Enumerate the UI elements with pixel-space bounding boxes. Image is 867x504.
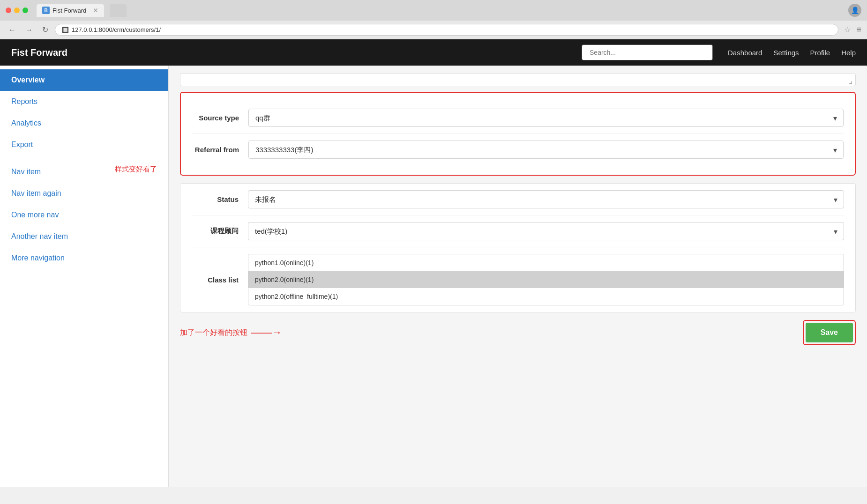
status-select[interactable]: 未报名 已报名 已完成 (248, 190, 844, 208)
forward-button[interactable]: → (22, 24, 36, 36)
sidebar-item-navitem[interactable]: Nav item (0, 161, 77, 183)
tab-favicon: B (42, 7, 50, 14)
nav-links: Dashboard Settings Profile Help (728, 49, 856, 57)
nav-link-help[interactable]: Help (841, 49, 856, 57)
referral-from-select[interactable]: 3333333333(李四) 其他 (248, 141, 844, 159)
url-icon: 🔲 (62, 27, 69, 33)
status-row: Status 未报名 已报名 已完成 (192, 184, 844, 215)
resize-handle[interactable]: ⌟ (849, 76, 852, 85)
search-input[interactable] (582, 44, 713, 60)
sidebar-item-reports[interactable]: Reports (0, 91, 168, 112)
advisor-control: ted(学校1) 其他 (248, 222, 844, 240)
browser-dot-green (22, 7, 28, 13)
referral-from-control: 3333333333(李四) 其他 (248, 141, 844, 159)
bottom-arrow-icon: ——→ (251, 326, 282, 339)
class-list-label: Class list (192, 276, 248, 284)
bookmark-icon[interactable]: ☆ (844, 25, 851, 34)
main-content: ⌟ Source type qq群 微信群 朋友介绍 (169, 66, 867, 487)
sidebar-item-navitemagain[interactable]: Nav item again (0, 183, 168, 204)
save-button-wrapper: Save (803, 320, 856, 345)
back-button[interactable]: ← (6, 24, 19, 36)
class-list-item[interactable]: python2.0(online)(1) (248, 271, 844, 288)
class-list-control: python1.0(online)(1) python2.0(online)(1… (248, 254, 844, 305)
referral-from-row: Referral from 3333333333(李四) 其他 (192, 133, 844, 165)
search-container (582, 44, 713, 60)
source-type-select[interactable]: qq群 微信群 朋友介绍 网络广告 (248, 109, 844, 127)
status-control: 未报名 已报名 已完成 (248, 190, 844, 208)
highlighted-form-section: Source type qq群 微信群 朋友介绍 网络广告 (180, 92, 856, 176)
app-navbar: Fist Forward Dashboard Settings Profile … (0, 39, 867, 66)
nav-link-settings[interactable]: Settings (773, 49, 799, 57)
bottom-row: 加了一个好看的按钮 ——→ Save (180, 312, 856, 353)
status-label: Status (192, 195, 248, 203)
sidebar-item-export[interactable]: Export (0, 134, 168, 156)
tab-close-button[interactable]: ✕ (93, 7, 98, 14)
source-type-row: Source type qq群 微信群 朋友介绍 网络广告 (192, 102, 844, 133)
sidebar: Overview Reports Analytics Export Nav it… (0, 66, 169, 487)
save-button[interactable]: Save (806, 323, 853, 342)
class-list-item[interactable]: python1.0(online)(1) (248, 254, 844, 271)
browser-tab-blank[interactable] (110, 4, 127, 17)
sidebar-item-analytics[interactable]: Analytics (0, 112, 168, 134)
browser-menu-icon[interactable]: ≡ (856, 25, 861, 35)
sidebar-item-anothernavitem[interactable]: Another nav item (0, 226, 168, 247)
source-type-control: qq群 微信群 朋友介绍 网络广告 (248, 109, 844, 127)
browser-dot-yellow (14, 7, 20, 13)
class-list-box: python1.0(online)(1) python2.0(online)(1… (248, 254, 844, 305)
tab-title: Fist Forward (52, 7, 86, 14)
browser-dot-red (6, 7, 11, 13)
reload-button[interactable]: ↻ (39, 23, 51, 36)
browser-tab[interactable]: B Fist Forward ✕ (37, 4, 104, 17)
sidebar-item-overview[interactable]: Overview (0, 69, 168, 91)
bottom-annotation-text: 加了一个好看的按钮 ——→ (180, 326, 282, 339)
nav-link-profile[interactable]: Profile (810, 49, 830, 57)
advisor-row: 课程顾问 ted(学校1) 其他 (192, 215, 844, 247)
advisor-select[interactable]: ted(学校1) 其他 (248, 222, 844, 240)
sidebar-item-morenavigation[interactable]: More navigation (0, 247, 168, 269)
advisor-label: 课程顾问 (192, 227, 248, 236)
class-list-row: Class list python1.0(online)(1) python2.… (192, 247, 844, 312)
class-list-item[interactable]: python2.0(offline_fulltime)(1) (248, 288, 844, 305)
sidebar-item-onemorenav[interactable]: One more nav (0, 204, 168, 226)
nav-link-dashboard[interactable]: Dashboard (728, 49, 762, 57)
sidebar-annotation: 样式变好看了 (77, 161, 168, 178)
referral-from-label: Referral from (192, 146, 248, 154)
url-input[interactable] (72, 26, 831, 33)
browser-profile-icon[interactable]: 👤 (848, 4, 861, 17)
source-type-label: Source type (192, 114, 248, 122)
app-brand: Fist Forward (11, 47, 67, 58)
